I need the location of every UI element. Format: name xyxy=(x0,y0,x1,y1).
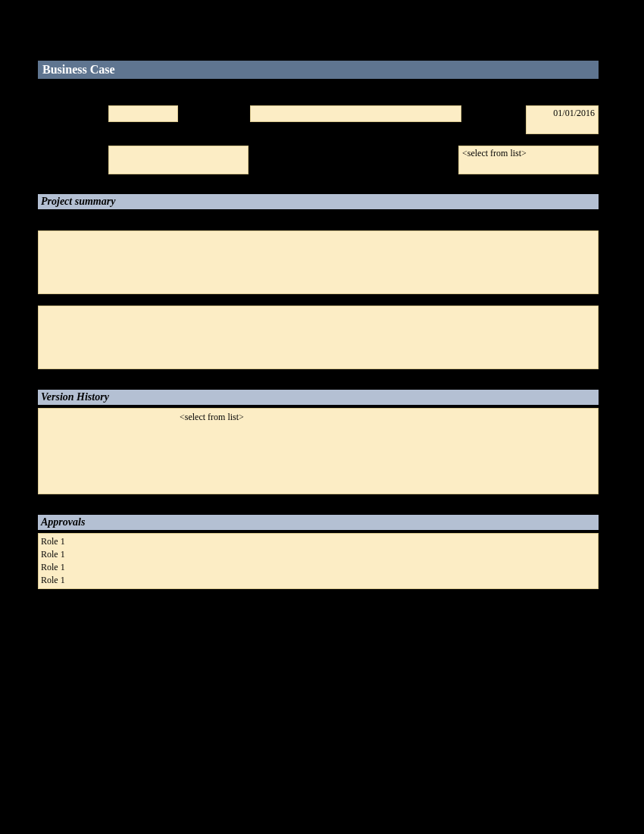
summary-box-2[interactable] xyxy=(38,306,599,369)
section-label: Approvals xyxy=(41,516,85,528)
approvals-box: Role 1 Role 1 Role 1 Role 1 xyxy=(38,533,599,589)
section-version-history: Version History xyxy=(38,390,599,405)
field-name[interactable] xyxy=(250,105,462,122)
header-row-1: 01/01/2016 xyxy=(38,105,599,134)
approval-row: Role 1 xyxy=(41,574,596,587)
section-approvals: Approvals xyxy=(38,515,599,530)
field-date[interactable]: 01/01/2016 xyxy=(526,105,599,134)
field-id[interactable] xyxy=(108,105,178,122)
section-project-summary: Project summary xyxy=(38,194,599,209)
field-owner[interactable] xyxy=(108,146,249,174)
approval-row: Role 1 xyxy=(41,548,596,561)
date-value: 01/01/2016 xyxy=(553,108,595,118)
select-placeholder: <select from list> xyxy=(462,148,527,158)
field-status-select[interactable]: <select from list> xyxy=(458,146,599,174)
approval-row: Role 1 xyxy=(41,561,596,574)
title-bar: Business Case xyxy=(38,61,599,79)
section-label: Project summary xyxy=(41,196,115,207)
section-label: Version History xyxy=(41,391,109,403)
document-title: Business Case xyxy=(42,63,115,76)
summary-box-1[interactable] xyxy=(38,230,599,294)
version-history-box[interactable]: <select from list> xyxy=(38,408,599,494)
approval-row: Role 1 xyxy=(41,535,596,548)
document-page: Business Case 01/01/2016 <select from li… xyxy=(38,61,599,589)
version-select-placeholder[interactable]: <select from list> xyxy=(180,412,244,423)
header-row-2: <select from list> xyxy=(38,146,599,174)
